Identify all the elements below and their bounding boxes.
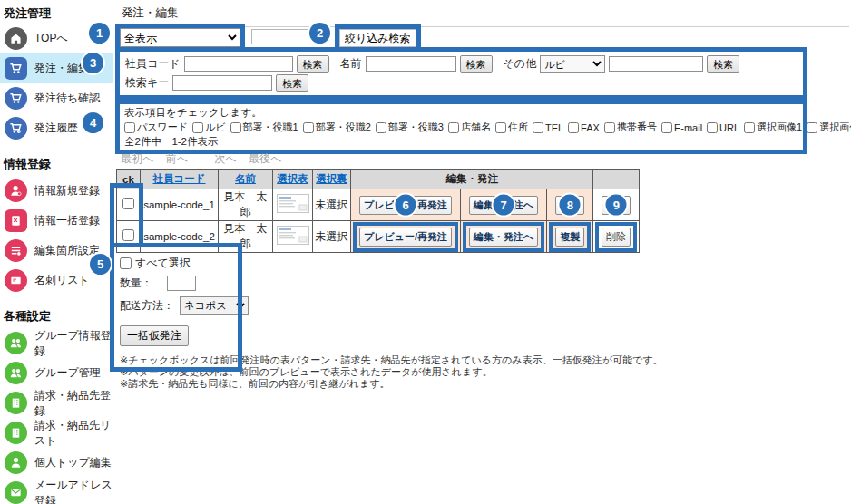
name-sort-link[interactable]: 名前 — [235, 173, 256, 184]
header-edit-order: 編集・発注 — [351, 170, 593, 189]
checkbox-url-input[interactable] — [707, 122, 718, 133]
search-row-1: 社員コード 検索 名前 検索 その他 ルビ 検索 — [125, 54, 797, 73]
checkbox-email-input[interactable] — [661, 122, 672, 133]
list-settings-icon — [5, 239, 27, 262]
checkbox-dept3-input[interactable] — [376, 122, 386, 133]
sidebar-item-label: 発注待ち確認 — [34, 91, 100, 106]
sidebar-item-personal-top[interactable]: 個人トップ編集 — [0, 448, 113, 478]
row1-name: 見本 太郎 — [219, 189, 273, 221]
employee-code-label: 社員コード — [125, 56, 181, 72]
row2-edit-order-cell: 編集・発注へ — [461, 221, 547, 253]
annotation-circle-8: 8 — [560, 195, 581, 216]
sidebar-item-label: グループ管理 — [34, 365, 101, 381]
name-search-button[interactable]: 検索 — [460, 55, 493, 73]
display-filter-select[interactable]: 全表示 — [120, 28, 240, 47]
search-key-label: 検索キー — [125, 75, 169, 91]
checkbox-shop-input[interactable] — [448, 122, 459, 133]
annotation-circle-3: 3 — [83, 53, 103, 73]
checkbox-password-input[interactable] — [124, 122, 135, 133]
header-name: 名前 — [219, 170, 273, 189]
checkbox-password[interactable]: パスワード — [124, 121, 188, 134]
other-label: その他 — [504, 56, 537, 72]
other-search-button[interactable]: 検索 — [707, 55, 739, 73]
other-input[interactable] — [609, 56, 703, 72]
checkbox-dept1[interactable]: 部署・役職1 — [230, 121, 298, 134]
row2-copy-cell: 複製 — [547, 221, 593, 253]
checkbox-fax-input[interactable] — [568, 122, 579, 133]
checkbox-image1[interactable]: 選択画像1 — [744, 121, 802, 134]
employee-code-search-button[interactable]: 検索 — [297, 55, 329, 73]
sidebar-item-label: メールアドレス登録 — [34, 478, 113, 504]
search-key-search-button[interactable]: 検索 — [276, 74, 308, 92]
pagination-next[interactable]: 次へ — [214, 152, 236, 165]
row1-delete-cell: 削除 9 — [593, 189, 640, 221]
checkbox-dept2-input[interactable] — [303, 122, 314, 133]
sidebar-item-label: 請求・納品先リスト — [34, 418, 113, 449]
name-input[interactable] — [366, 56, 456, 72]
row1-edit-order-cell: 編集・発注へ 7 — [461, 189, 547, 221]
annotation-box-display-items: 表示項目をチェックします。 パスワード ルビ 部署・役職1 部署・役職2 部署・… — [115, 100, 807, 154]
front-sort-link[interactable]: 選択表 — [277, 173, 308, 184]
card-thumbnail — [277, 226, 309, 245]
search-key-input[interactable] — [172, 75, 272, 91]
employee-code-sort-link[interactable]: 社員コード — [152, 173, 205, 184]
row2-front-cell — [273, 221, 313, 253]
annotation-box-search-form: 社員コード 検索 名前 検索 その他 ルビ 検索 検索キー 検索 — [115, 47, 807, 100]
pagination-prev[interactable]: 前へ — [166, 152, 188, 165]
sidebar-item-label: 名刺リスト — [34, 273, 90, 288]
sidebar-item-label: 編集箇所設定 — [34, 243, 100, 258]
checkbox-image2-input[interactable] — [807, 122, 817, 133]
row2-delete-button[interactable]: 削除 — [602, 228, 631, 247]
sidebar-item-info-bulk[interactable]: 情報一括登録 — [0, 206, 113, 236]
checkbox-ruby-input[interactable] — [192, 122, 203, 133]
sidebar-item-label: 発注・編集 — [34, 61, 89, 76]
checkbox-tel-input[interactable] — [533, 122, 543, 133]
checkbox-image2[interactable]: 選択画像2 — [807, 121, 851, 134]
checkbox-mobile-input[interactable] — [604, 122, 615, 133]
building-icon — [5, 422, 27, 444]
row2-back-status: 未選択 — [313, 221, 351, 253]
sidebar-section-info: 情報登録 — [0, 143, 113, 176]
checkbox-mobile[interactable]: 携帯番号 — [604, 121, 657, 134]
row2-copy-button[interactable]: 複製 — [555, 228, 584, 247]
sidebar-item-group-info[interactable]: グループ情報登録 — [0, 328, 113, 358]
sidebar-item-label: 請求・納品先登録 — [34, 388, 113, 419]
annotation-box-preview: プレビュー/再発注 — [353, 222, 458, 252]
sidebar-item-info-new[interactable]: 情報新規登録 — [0, 176, 113, 206]
other-field-select[interactable]: ルビ — [540, 55, 605, 73]
narrow-search-button[interactable]: 絞り込み検索 — [339, 29, 416, 47]
sidebar-item-group-manage[interactable]: グループ管理 — [0, 358, 113, 388]
card-thumbnail — [277, 194, 309, 213]
sidebar-item-billing-list[interactable]: 請求・納品先リスト — [0, 418, 113, 448]
checkbox-tel[interactable]: TEL — [533, 122, 563, 133]
sidebar-item-order-pending[interactable]: 発注待ち確認 — [0, 83, 113, 113]
checkbox-address-input[interactable] — [495, 122, 506, 133]
cart-edit-icon — [5, 57, 27, 80]
checkbox-email[interactable]: E-mail — [661, 122, 702, 133]
sidebar-item-billing-register[interactable]: 請求・納品先登録 — [0, 388, 113, 418]
pagination-first[interactable]: 最初へ — [121, 152, 153, 165]
checkbox-dept3[interactable]: 部署・役職3 — [376, 121, 444, 134]
row2-preview-reorder-button[interactable]: プレビュー/再発注 — [359, 228, 452, 247]
sidebar-item-mail-register[interactable]: メールアドレス登録 — [0, 478, 113, 504]
pagination-last[interactable]: 最後へ — [249, 152, 281, 165]
table-header-row: ck 社員コード 名前 選択表 選択裏 編集・発注 — [117, 170, 640, 189]
building-icon — [5, 392, 27, 414]
row2-edit-order-button[interactable]: 編集・発注へ — [469, 228, 538, 247]
sidebar-item-label: グループ情報登録 — [34, 328, 113, 359]
checkbox-fax[interactable]: FAX — [568, 122, 600, 133]
checkbox-dept1-input[interactable] — [230, 122, 241, 133]
checkbox-address[interactable]: 住所 — [495, 121, 528, 134]
checkbox-shop[interactable]: 店舗名 — [448, 121, 491, 134]
checkbox-image1-input[interactable] — [744, 122, 755, 133]
person-icon — [5, 451, 27, 474]
cart-history-icon — [5, 117, 27, 140]
sidebar-item-label: TOPへ — [34, 31, 68, 46]
checkbox-dept2[interactable]: 部署・役職2 — [303, 121, 371, 134]
checkbox-url[interactable]: URL — [707, 122, 739, 133]
header-empty — [593, 170, 640, 189]
employee-code-input[interactable] — [184, 56, 293, 72]
annotation-box-delete: 削除 — [595, 222, 637, 252]
back-sort-link[interactable]: 選択裏 — [316, 173, 347, 184]
checkbox-ruby[interactable]: ルビ — [192, 121, 226, 134]
